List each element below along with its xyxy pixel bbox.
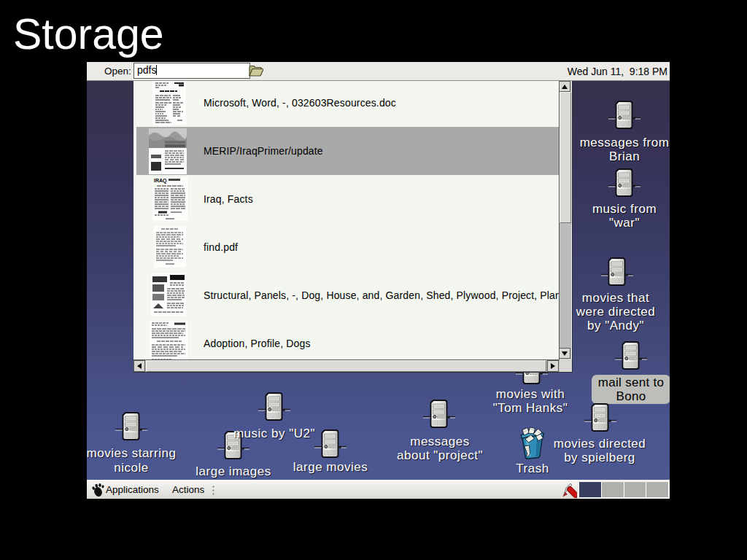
svg-text:IRAQ: IRAQ [154, 178, 167, 184]
